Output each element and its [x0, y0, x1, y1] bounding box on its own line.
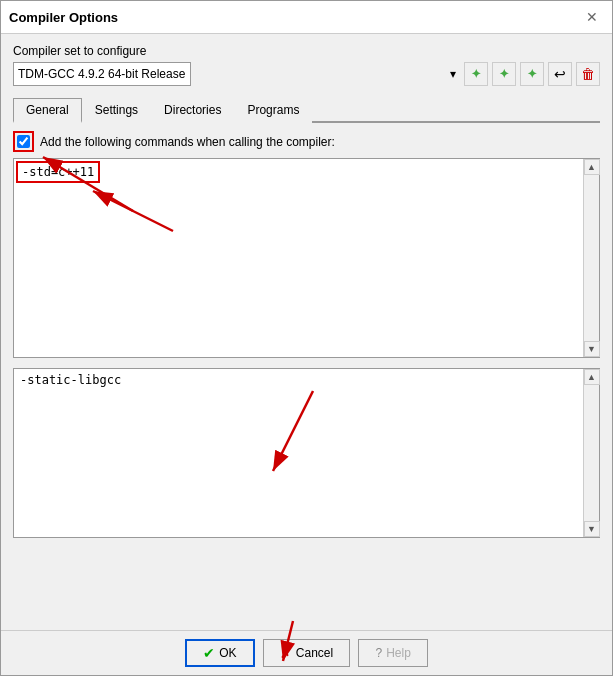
tab-general[interactable]: General [13, 98, 82, 123]
compiler-row: TDM-GCC 4.9.2 64-bit Release ✦ ✦ ✦ ↩ 🗑 [13, 62, 600, 86]
help-question-icon: ? [375, 646, 382, 660]
bottom-text-area-container: ▲ ▼ [13, 368, 600, 538]
toolbar-btn-1[interactable]: ✦ [464, 62, 488, 86]
tab-directories[interactable]: Directories [151, 98, 234, 123]
tab-programs[interactable]: Programs [234, 98, 312, 123]
compiler-set-label: Compiler set to configure [13, 44, 600, 58]
tabs: General Settings Directories Programs [13, 96, 600, 123]
bottom-scroll-down[interactable]: ▼ [584, 521, 600, 537]
bottom-text-area[interactable] [14, 369, 583, 537]
toolbar-btn-3[interactable]: ✦ [520, 62, 544, 86]
compiler-select[interactable]: TDM-GCC 4.9.2 64-bit Release [13, 62, 191, 86]
compiler-options-dialog: Compiler Options ✕ Compiler set to confi… [0, 0, 613, 676]
compiler-select-wrapper: TDM-GCC 4.9.2 64-bit Release [13, 62, 460, 86]
dialog-body: Compiler set to configure TDM-GCC 4.9.2 … [1, 34, 612, 630]
close-button[interactable]: ✕ [580, 7, 604, 27]
checkbox-container [13, 131, 34, 152]
title-bar: Compiler Options ✕ [1, 1, 612, 34]
checkbox-row: Add the following commands when calling … [13, 131, 600, 152]
toolbar-btn-4[interactable]: ↩ [548, 62, 572, 86]
toolbar-btn-2[interactable]: ✦ [492, 62, 516, 86]
tab-settings[interactable]: Settings [82, 98, 151, 123]
ok-label: OK [219, 646, 236, 660]
top-text-area[interactable] [14, 159, 583, 357]
add-commands-checkbox[interactable] [17, 135, 30, 148]
top-text-area-container: -std=c++11 ▲ ▼ [13, 158, 600, 358]
help-label: Help [386, 646, 411, 660]
top-scroll-up[interactable]: ▲ [584, 159, 600, 175]
dialog-footer: ✔ OK ✗ Cancel ? Help [1, 630, 612, 675]
toolbar-btn-5[interactable]: 🗑 [576, 62, 600, 86]
bottom-scrollbar: ▲ ▼ [583, 369, 599, 537]
top-scroll-down[interactable]: ▼ [584, 341, 600, 357]
content-area: Add the following commands when calling … [13, 131, 600, 620]
bottom-scroll-up[interactable]: ▲ [584, 369, 600, 385]
cancel-x-icon: ✗ [280, 645, 292, 661]
top-scrollbar: ▲ ▼ [583, 159, 599, 357]
checkbox-label: Add the following commands when calling … [40, 135, 335, 149]
help-button[interactable]: ? Help [358, 639, 428, 667]
cancel-label: Cancel [296, 646, 333, 660]
cancel-button[interactable]: ✗ Cancel [263, 639, 350, 667]
dialog-title: Compiler Options [9, 10, 118, 25]
ok-button[interactable]: ✔ OK [185, 639, 255, 667]
ok-check-icon: ✔ [203, 645, 215, 661]
